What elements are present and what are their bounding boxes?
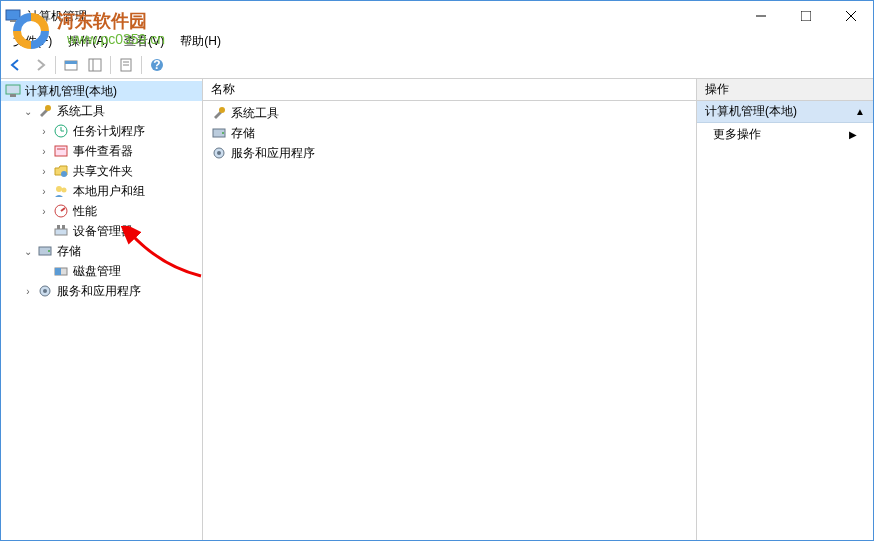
svg-point-37 (219, 107, 225, 113)
toolbar-separator (110, 56, 111, 74)
action-more-label: 更多操作 (713, 126, 761, 143)
collapse-icon[interactable]: ⌄ (21, 244, 35, 258)
svg-rect-16 (10, 94, 16, 97)
tree-system-tools-label: 系统工具 (57, 103, 105, 120)
submenu-arrow-icon: ▶ (849, 129, 857, 140)
event-icon (53, 143, 69, 159)
svg-rect-30 (62, 225, 65, 229)
services-icon (37, 283, 53, 299)
tree-device-manager-label: 设备管理器 (73, 223, 133, 240)
spacer (37, 224, 51, 238)
tree-services-apps[interactable]: › 服务和应用程序 (1, 281, 202, 301)
tree-disk-mgmt[interactable]: 磁盘管理 (1, 261, 202, 281)
show-hide-tree-button[interactable] (84, 54, 106, 76)
tools-icon (37, 103, 53, 119)
actions-section[interactable]: 计算机管理(本地) ▲ (697, 101, 873, 123)
svg-point-39 (222, 132, 224, 134)
up-button[interactable] (60, 54, 82, 76)
collapse-icon[interactable]: ⌄ (21, 104, 35, 118)
maximize-button[interactable] (783, 1, 828, 31)
svg-rect-3 (801, 11, 811, 21)
toolbar-separator (141, 56, 142, 74)
storage-icon (37, 243, 53, 259)
tree-pane: 计算机管理(本地) ⌄ 系统工具 › 任务计划程序 › 事件查看器 › 共享文件 (1, 79, 203, 540)
performance-icon (53, 203, 69, 219)
folder-share-icon (53, 163, 69, 179)
tree-root[interactable]: 计算机管理(本地) (1, 81, 202, 101)
expand-icon[interactable]: › (37, 184, 51, 198)
actions-header-label: 操作 (705, 81, 729, 98)
content-area: 计算机管理(本地) ⌄ 系统工具 › 任务计划程序 › 事件查看器 › 共享文件 (1, 79, 873, 540)
menu-help[interactable]: 帮助(H) (174, 31, 227, 52)
minimize-button[interactable] (738, 1, 783, 31)
expand-icon[interactable]: › (37, 204, 51, 218)
tree-task-scheduler-label: 任务计划程序 (73, 123, 145, 140)
tree-device-manager[interactable]: 设备管理器 (1, 221, 202, 241)
list-item[interactable]: 存储 (207, 123, 692, 143)
svg-rect-15 (6, 85, 20, 94)
tree: 计算机管理(本地) ⌄ 系统工具 › 任务计划程序 › 事件查看器 › 共享文件 (1, 79, 202, 303)
list-item[interactable]: 系统工具 (207, 103, 692, 123)
tree-disk-mgmt-label: 磁盘管理 (73, 263, 121, 280)
tree-task-scheduler[interactable]: › 任务计划程序 (1, 121, 202, 141)
help-button[interactable]: ? (146, 54, 168, 76)
actions-pane: 操作 计算机管理(本地) ▲ 更多操作 ▶ (697, 79, 873, 540)
tree-storage[interactable]: ⌄ 存储 (1, 241, 202, 261)
list-item-label: 系统工具 (231, 105, 279, 122)
storage-icon (211, 125, 227, 141)
users-icon (53, 183, 69, 199)
tools-icon (211, 105, 227, 121)
expand-icon[interactable]: › (37, 144, 51, 158)
disk-icon (53, 263, 69, 279)
tree-storage-label: 存储 (57, 243, 81, 260)
tree-event-viewer[interactable]: › 事件查看器 (1, 141, 202, 161)
actions-section-label: 计算机管理(本地) (705, 103, 797, 120)
svg-rect-28 (55, 229, 67, 235)
actions-header: 操作 (697, 79, 873, 101)
svg-point-36 (43, 289, 47, 293)
tree-root-label: 计算机管理(本地) (25, 83, 117, 100)
svg-rect-1 (10, 20, 16, 22)
forward-button[interactable] (29, 54, 51, 76)
tree-system-tools[interactable]: ⌄ 系统工具 (1, 101, 202, 121)
svg-rect-8 (89, 59, 101, 71)
menubar: 文件(F) 操作(A) 查看(V) 帮助(H) (1, 31, 873, 51)
list-item[interactable]: 服务和应用程序 (207, 143, 692, 163)
svg-point-41 (217, 151, 221, 155)
svg-point-23 (61, 171, 67, 177)
titlebar: 计算机管理 (1, 1, 873, 31)
svg-rect-7 (65, 61, 77, 64)
tree-services-apps-label: 服务和应用程序 (57, 283, 141, 300)
clock-icon (53, 123, 69, 139)
expand-icon[interactable]: › (37, 164, 51, 178)
toolbar-separator (55, 56, 56, 74)
svg-rect-29 (57, 225, 60, 229)
tree-local-users[interactable]: › 本地用户和组 (1, 181, 202, 201)
svg-rect-0 (6, 10, 20, 20)
tree-performance[interactable]: › 性能 (1, 201, 202, 221)
col-name[interactable]: 名称 (211, 81, 255, 98)
expand-icon[interactable]: › (37, 124, 51, 138)
tree-shared-folders[interactable]: › 共享文件夹 (1, 161, 202, 181)
menu-action[interactable]: 操作(A) (62, 31, 114, 52)
svg-point-25 (62, 188, 67, 193)
menu-file[interactable]: 文件(F) (7, 31, 58, 52)
action-more[interactable]: 更多操作 ▶ (697, 123, 873, 145)
svg-rect-34 (55, 268, 61, 275)
back-button[interactable] (5, 54, 27, 76)
list-item-label: 存储 (231, 125, 255, 142)
device-icon (53, 223, 69, 239)
collapse-section-icon: ▲ (855, 106, 865, 117)
properties-button[interactable] (115, 54, 137, 76)
close-button[interactable] (828, 1, 873, 31)
list-header: 名称 (203, 79, 696, 101)
spacer (37, 264, 51, 278)
toolbar: ? (1, 51, 873, 79)
svg-point-32 (48, 250, 50, 252)
svg-rect-21 (55, 146, 67, 156)
tree-shared-folders-label: 共享文件夹 (73, 163, 133, 180)
tree-event-viewer-label: 事件查看器 (73, 143, 133, 160)
expand-icon[interactable]: › (21, 284, 35, 298)
svg-text:?: ? (153, 58, 160, 72)
menu-view[interactable]: 查看(V) (118, 31, 170, 52)
